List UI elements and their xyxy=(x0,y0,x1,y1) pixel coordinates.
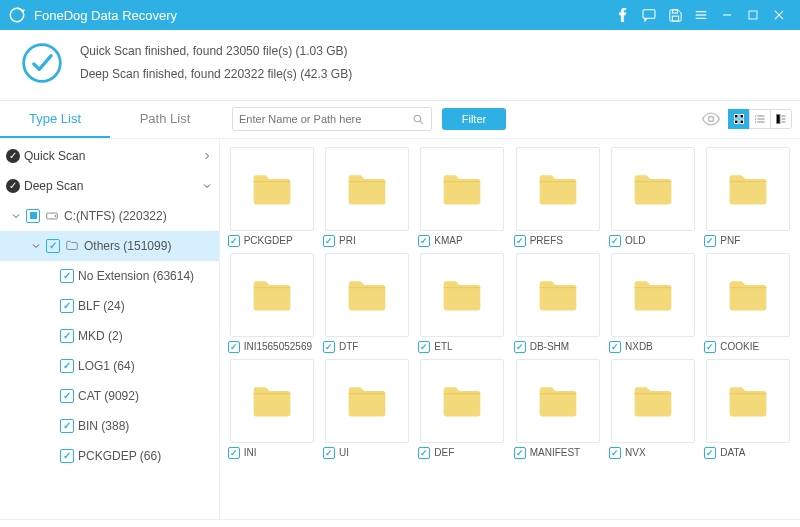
view-detail-button[interactable] xyxy=(770,109,792,129)
checkbox-icon[interactable] xyxy=(514,341,526,353)
grid-item[interactable]: NXDB xyxy=(607,253,698,353)
close-icon[interactable] xyxy=(766,0,792,30)
grid-item[interactable]: INI xyxy=(226,359,317,459)
grid-item[interactable]: OLD xyxy=(607,147,698,247)
tree-item[interactable]: No Extension (63614) xyxy=(0,261,219,291)
checkbox-icon[interactable] xyxy=(323,447,335,459)
checkbox-icon[interactable] xyxy=(704,447,716,459)
grid-item[interactable]: COOKIE xyxy=(703,253,794,353)
save-icon[interactable] xyxy=(662,0,688,30)
tree-item[interactable]: LOG1 (64) xyxy=(0,351,219,381)
checkbox-icon[interactable] xyxy=(418,447,430,459)
checkbox-icon[interactable] xyxy=(323,235,335,247)
grid-item[interactable]: DEF xyxy=(417,359,508,459)
thumbnail[interactable] xyxy=(706,253,790,337)
grid-item[interactable]: PRI xyxy=(321,147,412,247)
grid-item[interactable]: PCKGDEP xyxy=(226,147,317,247)
checkbox-icon[interactable] xyxy=(60,419,74,433)
checkbox-icon[interactable] xyxy=(514,447,526,459)
checkbox-icon[interactable] xyxy=(228,235,240,247)
file-name: UI xyxy=(339,447,411,458)
grid-item[interactable]: KMAP xyxy=(417,147,508,247)
tree-drive[interactable]: C:(NTFS) (220322) xyxy=(0,201,219,231)
tree-label: MKD (2) xyxy=(78,329,213,343)
preview-toggle-icon[interactable] xyxy=(697,107,725,131)
grid-item[interactable]: PREFS xyxy=(512,147,603,247)
checkbox-icon[interactable] xyxy=(60,449,74,463)
thumbnail[interactable] xyxy=(230,147,314,231)
thumbnail[interactable] xyxy=(706,147,790,231)
thumbnail[interactable] xyxy=(516,359,600,443)
checkbox-icon[interactable] xyxy=(60,269,74,283)
tab-type-list[interactable]: Type List xyxy=(0,101,110,138)
thumbnail[interactable] xyxy=(420,147,504,231)
thumbnail[interactable] xyxy=(516,253,600,337)
checkbox-icon[interactable] xyxy=(704,235,716,247)
folder-icon xyxy=(631,382,675,420)
thumbnail[interactable] xyxy=(611,147,695,231)
tree-item[interactable]: PCKGDEP (66) xyxy=(0,441,219,471)
tree-quick-scan[interactable]: Quick Scan xyxy=(0,141,219,171)
grid-item[interactable]: ETL xyxy=(417,253,508,353)
list-mode-tabs: Type List Path List xyxy=(0,101,220,138)
grid-item[interactable]: INI1565052569 xyxy=(226,253,317,353)
grid-item[interactable]: UI xyxy=(321,359,412,459)
checkbox-icon[interactable] xyxy=(418,235,430,247)
search-box[interactable] xyxy=(232,107,432,131)
sidebar-tree[interactable]: Quick Scan Deep Scan C:(NTFS) (220322) O… xyxy=(0,139,220,519)
grid-item[interactable]: DTF xyxy=(321,253,412,353)
checkbox-icon[interactable] xyxy=(704,341,716,353)
feedback-icon[interactable] xyxy=(636,0,662,30)
thumbnail[interactable] xyxy=(516,147,600,231)
checkbox-icon[interactable] xyxy=(323,341,335,353)
tree-others[interactable]: Others (151099) xyxy=(0,231,219,261)
tree-item[interactable]: CAT (9092) xyxy=(0,381,219,411)
thumbnail[interactable] xyxy=(420,359,504,443)
thumbnail[interactable] xyxy=(706,359,790,443)
checkbox-icon[interactable] xyxy=(609,341,621,353)
checkbox-icon[interactable] xyxy=(228,447,240,459)
maximize-icon[interactable] xyxy=(740,0,766,30)
checkbox-icon[interactable] xyxy=(26,209,40,223)
checkbox-icon[interactable] xyxy=(609,447,621,459)
view-grid-button[interactable] xyxy=(728,109,750,129)
grid-item[interactable]: MANIFEST xyxy=(512,359,603,459)
svg-rect-4 xyxy=(672,16,678,21)
facebook-icon[interactable] xyxy=(610,0,636,30)
checkbox-icon[interactable] xyxy=(418,341,430,353)
thumbnail[interactable] xyxy=(325,147,409,231)
grid-item[interactable]: NVX xyxy=(607,359,698,459)
folder-icon xyxy=(440,276,484,314)
grid-item[interactable]: PNF xyxy=(703,147,794,247)
checkbox-icon[interactable] xyxy=(60,299,74,313)
checkbox-icon[interactable] xyxy=(609,235,621,247)
tree-item[interactable]: BLF (24) xyxy=(0,291,219,321)
thumbnail[interactable] xyxy=(325,253,409,337)
tree-item[interactable]: MKD (2) xyxy=(0,321,219,351)
filter-button[interactable]: Filter xyxy=(442,108,506,130)
svg-point-25 xyxy=(756,122,757,123)
minimize-icon[interactable] xyxy=(714,0,740,30)
checkbox-icon[interactable] xyxy=(60,329,74,343)
thumbnail[interactable] xyxy=(611,253,695,337)
menu-icon[interactable] xyxy=(688,0,714,30)
checkbox-icon[interactable] xyxy=(514,235,526,247)
grid-item[interactable]: DATA xyxy=(703,359,794,459)
thumbnail[interactable] xyxy=(230,253,314,337)
checkbox-icon[interactable] xyxy=(60,389,74,403)
tree-deep-scan[interactable]: Deep Scan xyxy=(0,171,219,201)
thumbnail[interactable] xyxy=(325,359,409,443)
checkbox-icon[interactable] xyxy=(228,341,240,353)
view-list-button[interactable] xyxy=(749,109,771,129)
thumbnail[interactable] xyxy=(230,359,314,443)
thumbnail[interactable] xyxy=(611,359,695,443)
search-input[interactable] xyxy=(239,113,412,125)
thumbnail[interactable] xyxy=(420,253,504,337)
checkbox-icon[interactable] xyxy=(46,239,60,253)
file-grid[interactable]: PCKGDEPPRIKMAPPREFSOLDPNFINI1565052569DT… xyxy=(220,139,800,519)
tab-path-list[interactable]: Path List xyxy=(110,101,220,138)
chevron-down-icon xyxy=(201,180,213,192)
checkbox-icon[interactable] xyxy=(60,359,74,373)
grid-item[interactable]: DB-SHM xyxy=(512,253,603,353)
tree-item[interactable]: BIN (388) xyxy=(0,411,219,441)
